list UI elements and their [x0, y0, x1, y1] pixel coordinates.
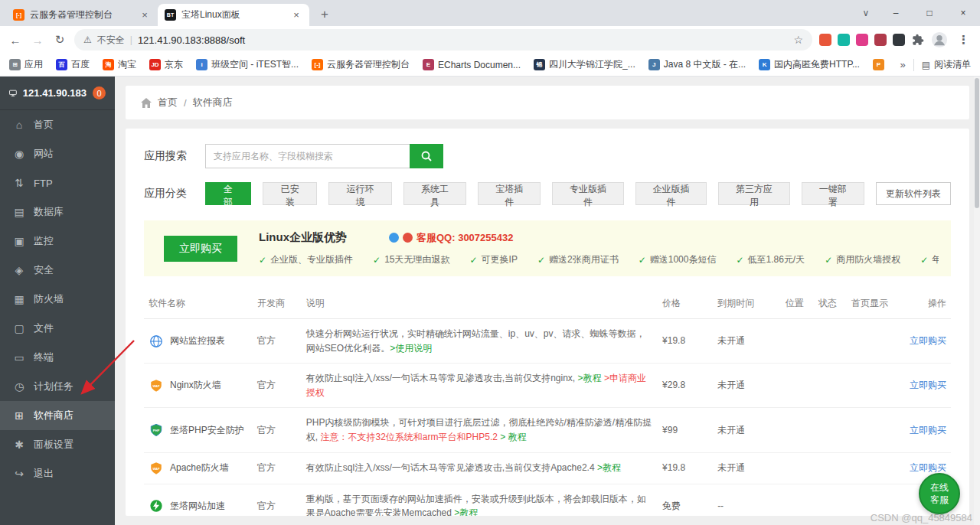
bookmark-item[interactable]: K国内高匿免费HTTP... — [759, 58, 860, 71]
position-cell — [781, 452, 814, 484]
desc-link[interactable]: >教程 — [597, 462, 621, 473]
bookmark-item[interactable]: 淘淘宝 — [103, 58, 136, 71]
bookmark-item[interactable]: PPython Extension... — [873, 59, 887, 70]
desc-link[interactable]: >使用说明 — [390, 343, 432, 354]
category-tab[interactable]: 专业版插件 — [552, 182, 623, 205]
buy-now-button[interactable]: 立即购买 — [164, 236, 237, 262]
software-name-wrap: 堡塔网站加速 — [149, 498, 248, 514]
buy-now-link[interactable]: 立即购买 — [910, 335, 946, 346]
sidebar-item-security[interactable]: ◈安全 — [0, 256, 115, 285]
promo-feature-label: 赠送2张商用证书 — [549, 253, 619, 266]
buy-now-link[interactable]: 立即购买 — [910, 425, 946, 435]
buy-now-link[interactable]: 立即购买 — [910, 380, 946, 390]
sidebar-item-label: 计划任务 — [34, 380, 74, 393]
browser-tab-cloud-console[interactable]: [-] 云服务器管理控制台 × — [6, 4, 158, 26]
server-header[interactable]: 121.41.90.183 0 — [0, 77, 115, 110]
bookmark-item[interactable]: ⊞应用 — [9, 58, 43, 71]
sidebar-item-logout[interactable]: ↪退出 — [0, 459, 115, 488]
extension-icon[interactable] — [838, 34, 850, 46]
software-name[interactable]: Apache防火墙 — [170, 461, 229, 475]
desc-link[interactable]: >教程 — [578, 373, 604, 383]
online-support-button[interactable]: 在线客服 — [919, 473, 960, 514]
update-software-list-button[interactable]: 更新软件列表 — [876, 182, 951, 205]
sidebar-item-config[interactable]: ✱面板设置 — [0, 430, 115, 459]
category-tab[interactable]: 宝塔插件 — [478, 182, 541, 205]
extension-icon[interactable] — [893, 34, 905, 46]
bookmark-item[interactable]: JD京东 — [149, 58, 183, 71]
sidebar-item-cron[interactable]: ◷计划任务 — [0, 372, 115, 401]
extension-icon[interactable] — [819, 34, 831, 46]
category-tab[interactable]: 已安装 — [263, 182, 317, 205]
browser-menu-icon[interactable]: ⋮ — [955, 33, 972, 47]
position-cell — [781, 484, 814, 516]
sidebar-item-monitor[interactable]: ▣监控 — [0, 227, 115, 256]
sidebar-item-soft[interactable]: ⊞软件商店 — [0, 401, 115, 430]
bookmark-item[interactable]: JJava 8 中文版 - 在... — [648, 58, 746, 71]
url-omnibox[interactable]: ⚠ 不安全 | 121.41.90.183:8888/soft ☆ — [74, 29, 812, 51]
qq-contact[interactable]: 客服QQ: 3007255432 — [389, 231, 513, 245]
search-button[interactable] — [410, 144, 443, 168]
bookmark-item[interactable]: i班级空间 - iTEST智... — [196, 58, 299, 71]
bookmarks-overflow-icon[interactable]: » — [900, 59, 905, 70]
buy-now-link[interactable]: 立即购买 — [910, 462, 946, 473]
sidebar-item-home[interactable]: ⌂首页 — [0, 110, 115, 139]
qq-number[interactable]: 客服QQ: 3007255432 — [416, 231, 513, 245]
sidebar-item-ftp[interactable]: ⇅FTP — [0, 168, 115, 197]
maximize-button[interactable]: □ — [913, 0, 946, 26]
bookmark-item[interactable]: EECharts Documen... — [423, 59, 521, 70]
software-name[interactable]: 网站监控报表 — [170, 334, 225, 348]
desc-link[interactable]: > 教程 — [500, 432, 526, 442]
software-name[interactable]: Nginx防火墙 — [170, 378, 221, 393]
bookmark-item[interactable]: 百百度 — [56, 58, 90, 71]
notification-badge[interactable]: 0 — [93, 86, 106, 99]
category-tab[interactable]: 第三方应用 — [718, 182, 789, 205]
sidebar-item-site[interactable]: ◉网站 — [0, 139, 115, 168]
software-store-card: 应用搜索 应用分类 全部已安装运行环境系统工具宝塔插件专业版插件企业版插件第三方… — [126, 129, 969, 516]
sidebar-item-database[interactable]: ▤数据库 — [0, 197, 115, 227]
back-icon[interactable]: ← — [8, 34, 23, 47]
promo-feature-label: 15天无理由退款 — [384, 253, 449, 266]
extension-icon[interactable] — [856, 34, 868, 46]
software-name[interactable]: 堡塔PHP安全防护 — [170, 423, 244, 438]
promo-feature: ✓商用防火墙授权 — [825, 253, 900, 266]
sidebar-item-files[interactable]: ▢文件 — [0, 314, 115, 343]
sidebar-item-terminal[interactable]: ▭终端 — [0, 343, 115, 372]
security-label[interactable]: 不安全 — [97, 34, 125, 47]
promo-feature: ✓15天无理由退款 — [373, 253, 449, 266]
tab-close-icon[interactable]: × — [139, 9, 151, 21]
scrollbar-thumb[interactable] — [975, 78, 979, 208]
tab-close-icon[interactable]: × — [290, 9, 302, 21]
browser-tab-baota-panel[interactable]: BT 宝塔Linux面板 × — [158, 4, 309, 26]
category-tab[interactable]: 全部 — [205, 182, 251, 205]
software-name[interactable]: 堡塔网站加速 — [170, 499, 225, 514]
category-tab[interactable]: 运行环境 — [328, 182, 391, 205]
sidebar-item-firewall[interactable]: ▦防火墙 — [0, 285, 115, 314]
reading-list-button[interactable]: ▤ 阅读清单 — [922, 58, 971, 71]
minimize-button[interactable]: – — [879, 0, 913, 26]
home-show-cell — [847, 452, 902, 484]
category-tab[interactable]: 企业版插件 — [635, 182, 707, 205]
search-input[interactable] — [205, 144, 410, 168]
bookmark-item[interactable]: 锦四川大学锦江学院_... — [534, 58, 635, 71]
forward-icon[interactable]: → — [30, 34, 45, 47]
extensions-puzzle-icon[interactable] — [912, 34, 924, 46]
promo-feature-label: 可更换IP — [482, 253, 518, 266]
url-text[interactable]: 121.41.90.183:8888/soft — [138, 34, 789, 46]
breadcrumb-home[interactable]: 首页 — [158, 96, 178, 109]
tab-search-icon[interactable]: ∨ — [853, 0, 879, 26]
close-button[interactable]: × — [946, 0, 980, 26]
page-scrollbar[interactable] — [974, 77, 980, 525]
tab-title: 云服务器管理控制台 — [30, 8, 133, 21]
extension-icon[interactable] — [874, 34, 887, 46]
promo-feature: ✓低至1.86元/天 — [736, 253, 805, 266]
bookmark-item[interactable]: [-]云服务器管理控制台 — [312, 58, 410, 71]
category-tab[interactable]: 一键部署 — [802, 182, 864, 205]
bookmark-favicon: K — [759, 59, 770, 70]
reload-icon[interactable]: ↻ — [52, 33, 67, 47]
desc-link[interactable]: >教程 — [454, 507, 478, 516]
profile-avatar[interactable] — [931, 31, 948, 48]
bookmark-label: ECharts Documen... — [438, 60, 521, 70]
new-tab-button[interactable]: + — [314, 4, 335, 25]
category-tab[interactable]: 系统工具 — [403, 182, 466, 205]
bookmark-star-icon[interactable]: ☆ — [793, 34, 803, 46]
